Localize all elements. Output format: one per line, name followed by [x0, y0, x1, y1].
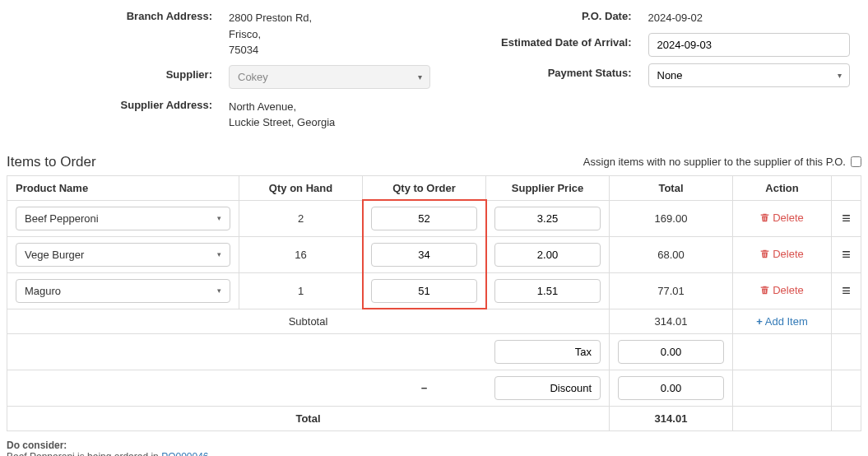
col-action: Action: [733, 175, 832, 200]
consider-prefix: Beef Pepperoni is being ordered in: [7, 451, 161, 457]
product-name: Beef Pepperoni: [25, 212, 99, 225]
chevron-down-icon: ▾: [217, 250, 221, 258]
discount-label-input[interactable]: [494, 376, 601, 400]
supplier-address-value: North Avenue, Luckie Street, Georgia: [229, 95, 434, 131]
drag-handle-icon[interactable]: ≡: [842, 211, 851, 226]
delete-text: Delete: [773, 212, 804, 224]
assign-supplier-label[interactable]: Assign items with no supplier to the sup…: [583, 156, 861, 168]
delete-text: Delete: [773, 248, 804, 260]
row-total: 68.00: [610, 236, 733, 272]
product-name: Vege Burger: [25, 249, 84, 261]
product-select[interactable]: Maguro▾: [16, 279, 230, 303]
po-date-value: 2024-09-02: [648, 7, 854, 26]
col-price: Supplier Price: [486, 175, 610, 200]
trash-icon: [760, 249, 769, 258]
product-name: Maguro: [25, 285, 61, 297]
supplier-address-label: Supplier Address:: [15, 95, 229, 111]
qty-on-hand: 2: [239, 200, 363, 236]
add-item-text: Add Item: [765, 315, 808, 328]
tax-label-input[interactable]: [494, 340, 601, 364]
qty-to-order-input[interactable]: [371, 207, 477, 230]
table-row: Maguro▾177.01Delete≡: [7, 272, 861, 309]
items-to-order-title: Items to Order: [7, 154, 96, 170]
trash-icon: [760, 213, 769, 222]
items-table: Product Name Qty on Hand Qty to Order Su…: [7, 175, 861, 431]
discount-minus: −: [363, 370, 486, 406]
drag-handle-icon[interactable]: ≡: [842, 247, 851, 262]
plus-icon: +: [756, 315, 763, 328]
assign-supplier-text: Assign items with no supplier to the sup…: [583, 156, 846, 168]
chevron-down-icon: ▾: [217, 286, 221, 295]
trash-icon: [760, 286, 769, 295]
supplier-price-input[interactable]: [494, 279, 601, 303]
grandtotal-label: Total: [7, 406, 610, 430]
delete-button[interactable]: Delete: [760, 212, 804, 224]
consider-suffix: .: [209, 451, 211, 457]
add-item-link[interactable]: + Add Item: [756, 315, 808, 328]
col-drag: [832, 175, 861, 200]
table-row: Vege Burger▾1668.00Delete≡: [7, 236, 861, 272]
col-product: Product Name: [7, 175, 239, 200]
drag-handle-icon[interactable]: ≡: [842, 283, 851, 298]
consider-title: Do consider:: [7, 440, 861, 451]
consider-line: Beef Pepperoni is being ordered in PO000…: [7, 451, 861, 457]
payment-status-select[interactable]: None: [648, 63, 850, 87]
col-qoh: Qty on Hand: [239, 175, 363, 200]
qty-on-hand: 1: [239, 272, 363, 309]
eta-input[interactable]: [648, 33, 850, 57]
qty-to-order-input[interactable]: [371, 279, 477, 303]
delete-text: Delete: [773, 284, 804, 296]
discount-value-input[interactable]: [618, 376, 724, 400]
product-select[interactable]: Beef Pepperoni▾: [16, 207, 230, 230]
delete-button[interactable]: Delete: [760, 284, 804, 296]
supplier-select[interactable]: Cokey: [229, 65, 430, 89]
payment-status-label: Payment Status:: [434, 63, 648, 79]
grandtotal-value: 314.01: [610, 406, 733, 430]
branch-address-value: 2800 Preston Rd, Frisco, 75034: [229, 7, 434, 58]
product-select[interactable]: Vege Burger▾: [16, 243, 230, 267]
supplier-price-input[interactable]: [494, 207, 601, 230]
supplier-price-input[interactable]: [494, 243, 601, 267]
subtotal-label: Subtotal: [7, 309, 610, 333]
assign-supplier-checkbox[interactable]: [851, 156, 861, 167]
chevron-down-icon: ▾: [217, 214, 221, 222]
eta-label: Estimated Date of Arrival:: [434, 33, 648, 49]
table-row: Beef Pepperoni▾2169.00Delete≡: [7, 200, 861, 236]
col-qty: Qty to Order: [363, 175, 486, 200]
po-date-label: P.O. Date:: [434, 7, 648, 22]
row-total: 169.00: [610, 200, 733, 236]
supplier-label: Supplier:: [15, 65, 229, 81]
row-total: 77.01: [610, 272, 733, 309]
col-total: Total: [610, 175, 733, 200]
branch-address-label: Branch Address:: [15, 7, 229, 22]
delete-button[interactable]: Delete: [760, 248, 804, 260]
qty-on-hand: 16: [239, 236, 363, 272]
qty-to-order-input[interactable]: [371, 243, 477, 267]
tax-value-input[interactable]: [618, 340, 724, 364]
consider-po-link[interactable]: PO000046: [161, 451, 208, 457]
subtotal-value: 314.01: [610, 309, 733, 333]
